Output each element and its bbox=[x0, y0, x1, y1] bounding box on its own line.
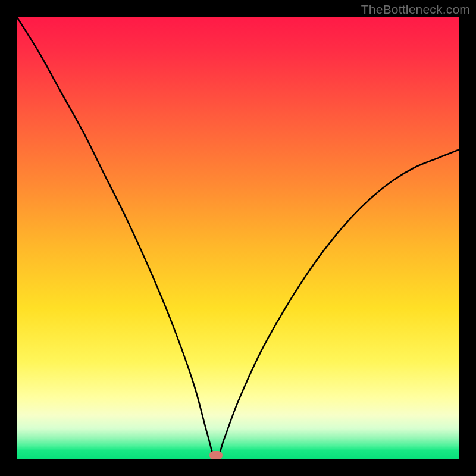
chart-frame: TheBottleneck.com bbox=[0, 0, 476, 476]
watermark-text: TheBottleneck.com bbox=[361, 2, 470, 17]
plot-area bbox=[17, 17, 459, 459]
bottleneck-curve bbox=[17, 17, 459, 459]
optimal-point-marker bbox=[209, 451, 223, 459]
